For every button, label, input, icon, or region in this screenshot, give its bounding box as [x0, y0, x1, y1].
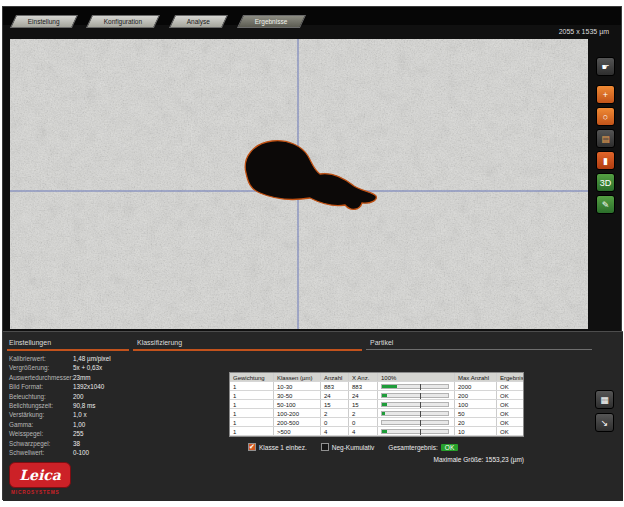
cell-anzahl: 24 — [321, 391, 349, 399]
settings-item: Auswertedurchmesser: 23mm — [7, 373, 129, 382]
cell-max-anzahl: 50 — [455, 409, 497, 417]
circle-tool-button[interactable]: ○ — [596, 107, 615, 126]
table-row[interactable]: 1 30-50 24 24 200 OK — [230, 391, 523, 400]
draw-tool-button[interactable]: ✎ — [596, 195, 615, 214]
bar-track — [381, 420, 449, 425]
tab-analyse[interactable]: Analyse — [169, 15, 228, 28]
cell-x-anzahl: 15 — [349, 400, 378, 408]
bar-track — [381, 402, 449, 407]
results-tab-klassifizierung[interactable]: Klassifizierung — [133, 338, 362, 351]
table-row[interactable]: 1 200-500 0 0 20 OK — [230, 418, 523, 427]
cell-anzahl: 2 — [321, 409, 349, 417]
bar-marker — [420, 402, 421, 408]
settings-item: Vergrößerung: 5x + 0,63x — [7, 363, 129, 372]
image-size-label: 2055 x 1535 µm — [559, 28, 609, 35]
settings-item-label: Weisspegel: — [9, 429, 73, 438]
tab-konfiguration[interactable]: Konfiguration — [86, 15, 160, 28]
cell-gewichtung: 1 — [230, 400, 274, 408]
bar-fill — [382, 394, 387, 397]
image-canvas[interactable] — [10, 39, 588, 329]
bar-marker — [420, 411, 421, 417]
settings-item-value: 1,0 x — [73, 410, 87, 419]
bar-marker — [420, 420, 421, 426]
add-tool-button[interactable]: + — [596, 85, 615, 104]
table-header-cell: Klassen (µm) — [274, 373, 321, 381]
cell-gewichtung: 1 — [230, 382, 274, 390]
settings-item-label: Verstärkung: — [9, 410, 73, 419]
settings-item-label: Gamma: — [9, 420, 73, 429]
tab-einstellung[interactable]: Einstellung — [10, 15, 78, 28]
export-button[interactable]: ↘ — [595, 413, 614, 432]
settings-item: Kalibrierwert: 1,48 µm/pixel — [7, 354, 129, 363]
total-result-label: Gesamtergebnis: — [388, 444, 438, 451]
table-row[interactable]: 1 >500 4 4 10 OK — [230, 427, 523, 436]
cell-gewichtung: 1 — [230, 427, 274, 435]
right-toolbar: ☛ + ○ ▤ ▮ 3D ✎ — [596, 57, 618, 217]
neg-kumulativ-checkbox[interactable] — [321, 443, 329, 451]
table-header-cell: Anzahl — [321, 373, 349, 381]
class1-checkbox[interactable]: ✔ — [248, 443, 256, 451]
cell-max-anzahl: 200 — [455, 391, 497, 399]
total-result-badge: OK — [441, 444, 458, 451]
cell-x-anzahl: 883 — [349, 382, 378, 390]
table-row[interactable]: 1 10-30 883 883 2000 OK — [230, 382, 523, 391]
cell-x-anzahl: 2 — [349, 409, 378, 417]
hand-tool-button[interactable]: ☛ — [596, 57, 615, 76]
cell-bar — [378, 400, 455, 408]
cell-ergebnis: OK — [497, 400, 523, 408]
cell-klassen: >500 — [274, 427, 321, 435]
cell-ergebnis: OK — [497, 409, 523, 417]
settings-item-label: Vergrößerung: — [9, 363, 73, 372]
app-window: Einstellung Konfiguration Analyse Ergebn… — [2, 6, 622, 500]
3d-icon: 3D — [600, 178, 612, 188]
settings-item-value: 1,00 — [73, 420, 85, 429]
tab-ergebnisse[interactable]: Ergebnisse — [237, 15, 306, 28]
settings-item-label: Schwellwert: — [9, 448, 73, 457]
page: Einstellung Konfiguration Analyse Ergebn… — [0, 0, 624, 507]
settings-item: Schwellwert: 0-100 — [7, 448, 129, 457]
cell-gewichtung: 1 — [230, 391, 274, 399]
cell-bar — [378, 391, 455, 399]
table-row[interactable]: 1 100-200 2 2 50 OK — [230, 409, 523, 418]
max-size-label: Maximale Größe: 1553,23 (µm) — [303, 456, 524, 463]
results-table: Gewichtung Klassen (µm) Anzahl X Anz. 10… — [229, 372, 524, 437]
settings-item: Belichtungszeit: 90,8 ms — [7, 401, 129, 410]
settings-item-value: 1392x1040 — [73, 382, 104, 391]
bar-marker — [420, 384, 421, 390]
settings-item-label: Schwarzpegel: — [9, 439, 73, 448]
settings-item-value: 38 — [73, 439, 80, 448]
chart-button[interactable]: ▦ — [595, 390, 614, 409]
marker-tool-button[interactable]: ▮ — [596, 151, 615, 170]
neg-kumulativ-label: Neg-Kumulativ — [332, 444, 375, 451]
cell-max-anzahl: 2000 — [455, 382, 497, 390]
settings-item-label: Auswertedurchmesser: — [9, 373, 73, 382]
cell-ergebnis: OK — [497, 382, 523, 390]
bar-track — [381, 393, 449, 398]
settings-item: Beleuchtung: 200 — [7, 392, 129, 401]
table-header-cell: Gewichtung — [230, 373, 274, 381]
settings-item: Verstärkung: 1,0 x — [7, 410, 129, 419]
cell-ergebnis: OK — [497, 427, 523, 435]
bar-fill — [382, 403, 387, 406]
layers-tool-button[interactable]: ▤ — [596, 129, 615, 148]
settings-item-label: Kalibrierwert: — [9, 354, 73, 363]
settings-item-value: 5x + 0,63x — [73, 363, 102, 372]
cell-klassen: 200-500 — [274, 418, 321, 426]
3d-view-button[interactable]: 3D — [596, 173, 615, 192]
results-tab-partikel[interactable]: Partikel — [366, 338, 592, 350]
settings-panel: Einstellungen Kalibrierwert: 1,48 µm/pix… — [7, 338, 129, 457]
settings-title: Einstellungen — [7, 338, 129, 351]
plus-icon: + — [603, 90, 608, 100]
cell-x-anzahl: 0 — [349, 418, 378, 426]
table-header-cell: Ergebnis — [497, 373, 523, 381]
settings-item-label: Belichtungszeit: — [9, 401, 73, 410]
settings-item: Weisspegel: 255 — [7, 429, 129, 438]
cell-klassen: 50-100 — [274, 400, 321, 408]
cell-gewichtung: 1 — [230, 409, 274, 417]
settings-item-value: 200 — [73, 392, 84, 401]
cell-bar — [378, 418, 455, 426]
table-row[interactable]: 1 50-100 15 15 100 OK — [230, 400, 523, 409]
cell-max-anzahl: 100 — [455, 400, 497, 408]
cell-x-anzahl: 24 — [349, 391, 378, 399]
cell-klassen: 100-200 — [274, 409, 321, 417]
